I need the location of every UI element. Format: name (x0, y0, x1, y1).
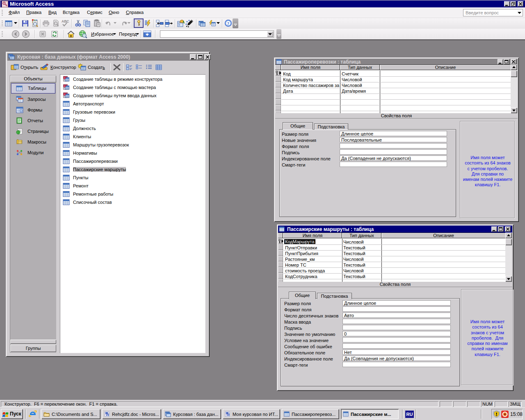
svg-text:ABC: ABC (62, 19, 69, 23)
svg-text:W: W (106, 413, 110, 417)
svg-text:W: W (226, 413, 230, 417)
svg-text:?: ? (227, 21, 230, 26)
